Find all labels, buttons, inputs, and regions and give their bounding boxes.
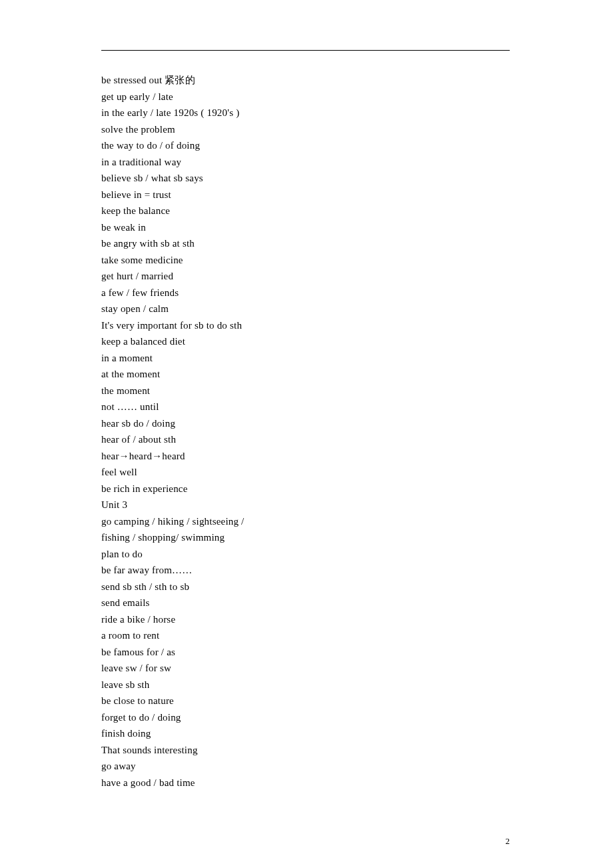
text-line: be weak in xyxy=(101,219,510,236)
text-line: go away xyxy=(101,758,510,775)
text-line: a few / few friends xyxy=(101,285,510,301)
text-line: at the moment xyxy=(101,366,510,383)
text-line: be far away from…… xyxy=(101,562,510,579)
text-line: be famous for / as xyxy=(101,644,510,661)
text-line: believe in = trust xyxy=(101,187,510,203)
text-line: go camping / hiking / sightseeing / xyxy=(101,513,510,530)
text-line: a room to rent xyxy=(101,627,510,644)
text-line: hear of / about sth xyxy=(101,431,510,448)
text-line: That sounds interesting xyxy=(101,742,510,759)
text-line: send sb sth / sth to sb xyxy=(101,579,510,595)
text-line: ride a bike / horse xyxy=(101,611,510,628)
text-line: fishing / shopping/ swimming xyxy=(101,529,510,546)
text-line: be close to nature xyxy=(101,693,510,709)
text-line: stay open / calm xyxy=(101,301,510,317)
text-line: feel well xyxy=(101,464,510,481)
text-line: be rich in experience xyxy=(101,481,510,497)
text-line: leave sb sth xyxy=(101,677,510,693)
text-line: solve the problem xyxy=(101,121,510,138)
text-line: be stressed out 紧张的 xyxy=(101,72,510,89)
text-line: Unit 3 xyxy=(101,497,510,513)
text-line: get hurt / married xyxy=(101,268,510,285)
document-page: be stressed out 紧张的get up early / latein… xyxy=(0,0,613,791)
text-line: keep a balanced diet xyxy=(101,333,510,350)
text-line: have a good / bad time xyxy=(101,775,510,791)
text-line: the way to do / of doing xyxy=(101,137,510,154)
text-line: in a moment xyxy=(101,350,510,367)
text-line: plan to do xyxy=(101,546,510,563)
text-line: believe sb / what sb says xyxy=(101,170,510,187)
text-line: leave sw / for sw xyxy=(101,660,510,677)
document-body: be stressed out 紧张的get up early / latein… xyxy=(101,72,510,791)
text-line: in a traditional way xyxy=(101,154,510,171)
text-line: the moment xyxy=(101,383,510,399)
page-number: 2 xyxy=(506,836,510,847)
header-divider xyxy=(101,50,510,51)
text-line: get up early / late xyxy=(101,89,510,105)
text-line: take some medicine xyxy=(101,252,510,269)
text-line: be angry with sb at sth xyxy=(101,235,510,252)
text-line: It's very important for sb to do sth xyxy=(101,317,510,334)
text-line: hear sb do / doing xyxy=(101,415,510,432)
text-line: in the early / late 1920s ( 1920's ) xyxy=(101,105,510,121)
text-line: finish doing xyxy=(101,725,510,742)
text-line: keep the balance xyxy=(101,203,510,219)
text-line: hear→heard→heard xyxy=(101,448,510,465)
text-line: not …… until xyxy=(101,399,510,415)
text-line: forget to do / doing xyxy=(101,709,510,726)
text-line: send emails xyxy=(101,595,510,611)
